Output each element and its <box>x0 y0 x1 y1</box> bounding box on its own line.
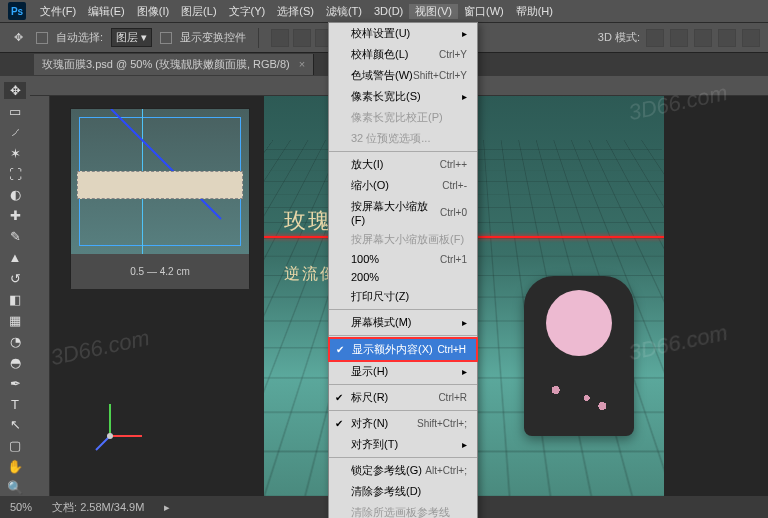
mode-3d-icon[interactable] <box>694 29 712 47</box>
heal-tool[interactable]: ✚ <box>4 207 26 224</box>
navigator-footer: 0.5 — 4.2 cm <box>71 254 249 289</box>
brush-tool[interactable]: ✎ <box>4 228 26 245</box>
marquee-tool[interactable]: ▭ <box>4 103 26 120</box>
menu-fit-artboard: 按屏幕大小缩放画板(F) <box>329 229 477 250</box>
auto-select-label: 自动选择: <box>56 30 103 45</box>
menu-clear-sel-artboard-guides: 清除所选画板参考线 <box>329 502 477 518</box>
doc-size[interactable]: 文档: 2.58M/34.9M <box>52 500 144 515</box>
separator <box>258 28 259 48</box>
menu-separator <box>329 309 477 310</box>
dodge-tool[interactable]: ◓ <box>4 354 26 371</box>
menu-filter[interactable]: 滤镜(T) <box>320 4 368 19</box>
mode-3d-icon[interactable] <box>670 29 688 47</box>
move-tool-icon: ✥ <box>8 28 28 48</box>
menu-edit[interactable]: 编辑(E) <box>82 4 131 19</box>
product-disc <box>546 290 612 356</box>
stamp-tool[interactable]: ▲ <box>4 249 26 266</box>
pen-tool[interactable]: ✒ <box>4 375 26 392</box>
show-transform-checkbox[interactable] <box>160 32 172 44</box>
show-transform-label: 显示变换控件 <box>180 30 246 45</box>
menu-separator <box>329 457 477 458</box>
menu-separator <box>329 410 477 411</box>
eraser-tool[interactable]: ◧ <box>4 291 26 308</box>
svg-point-4 <box>107 433 113 439</box>
move-tool[interactable]: ✥ <box>4 82 26 99</box>
tab-title: 玫瑰面膜3.psd @ 50% (玫瑰靓肤嫩颜面膜, RGB/8) <box>42 58 290 70</box>
menu-file[interactable]: 文件(F) <box>34 4 82 19</box>
menu-zoom-in[interactable]: 放大(I)Ctrl++ <box>329 154 477 175</box>
axis-3d-gizmo[interactable] <box>90 396 150 456</box>
menu-show[interactable]: 显示(H)▸ <box>329 361 477 382</box>
menu-proof-colors[interactable]: 校样颜色(L)Ctrl+Y <box>329 44 477 65</box>
menu-fit-screen[interactable]: 按屏幕大小缩放(F)Ctrl+0 <box>329 196 477 229</box>
product-pattern <box>540 378 618 418</box>
menu-200[interactable]: 200% <box>329 268 477 286</box>
nav-measure: 0.5 <box>130 266 144 277</box>
history-brush-tool[interactable]: ↺ <box>4 270 26 287</box>
menu-type[interactable]: 文字(Y) <box>223 4 272 19</box>
check-icon: ✔ <box>335 392 343 403</box>
align-icons <box>271 29 333 47</box>
navigator-panel[interactable]: 0.5 — 4.2 cm <box>70 108 250 288</box>
zoom-tool[interactable]: 🔍 <box>4 479 26 496</box>
menu-image[interactable]: 图像(I) <box>131 4 175 19</box>
navigator-preview[interactable] <box>71 109 249 254</box>
mode-3d-icon[interactable] <box>742 29 760 47</box>
menu-layer[interactable]: 图层(L) <box>175 4 222 19</box>
view-menu-dropdown: 校样设置(U)▸ 校样颜色(L)Ctrl+Y 色域警告(W)Shift+Ctrl… <box>328 22 478 518</box>
auto-select-dropdown[interactable]: 图层 ▾ <box>111 28 152 47</box>
zoom-level[interactable]: 50% <box>10 501 32 513</box>
toolbox: ✥ ▭ ⟋ ✶ ⛶ ◐ ✚ ✎ ▲ ↺ ◧ ▦ ◔ ◓ ✒ T ↖ ▢ ✋ 🔍 <box>0 76 30 496</box>
menubar: Ps 文件(F) 编辑(E) 图像(I) 图层(L) 文字(Y) 选择(S) 滤… <box>0 0 768 22</box>
nav-measure: 4.2 <box>160 266 174 277</box>
menu-pixel-aspect[interactable]: 像素长宽比(S)▸ <box>329 86 477 107</box>
product-shape <box>524 276 634 436</box>
type-tool[interactable]: T <box>4 396 26 413</box>
document-tab[interactable]: 玫瑰面膜3.psd @ 50% (玫瑰靓肤嫩颜面膜, RGB/8) × <box>34 54 314 75</box>
menu-print-size[interactable]: 打印尺寸(Z) <box>329 286 477 307</box>
check-icon: ✔ <box>336 344 344 355</box>
menu-32bit-preview: 32 位预览选项... <box>329 128 477 149</box>
menu-screen-mode[interactable]: 屏幕模式(M)▸ <box>329 312 477 333</box>
menu-pixel-correction: 像素长宽比校正(P) <box>329 107 477 128</box>
menu-separator <box>329 384 477 385</box>
mode-3d-icon[interactable] <box>718 29 736 47</box>
menu-view[interactable]: 视图(V) <box>409 4 458 19</box>
close-icon[interactable]: × <box>299 58 305 70</box>
menu-3d[interactable]: 3D(D) <box>368 5 409 17</box>
shape-tool[interactable]: ▢ <box>4 437 26 454</box>
menu-window[interactable]: 窗口(W) <box>458 4 510 19</box>
menu-rulers[interactable]: ✔标尺(R)Ctrl+R <box>329 387 477 408</box>
menu-zoom-out[interactable]: 缩小(O)Ctrl+- <box>329 175 477 196</box>
menu-clear-guides[interactable]: 清除参考线(D) <box>329 481 477 502</box>
lasso-tool[interactable]: ⟋ <box>4 124 26 141</box>
align-icon[interactable] <box>271 29 289 47</box>
menu-proof-setup[interactable]: 校样设置(U)▸ <box>329 23 477 44</box>
nav-unit: cm <box>176 266 189 277</box>
eyedropper-tool[interactable]: ◐ <box>4 187 26 204</box>
menu-snap[interactable]: ✔对齐(N)Shift+Ctrl+; <box>329 413 477 434</box>
mode-3d-icon[interactable] <box>646 29 664 47</box>
svg-line-0 <box>111 109 221 219</box>
menu-separator <box>329 335 477 336</box>
gradient-tool[interactable]: ▦ <box>4 312 26 329</box>
crop-tool[interactable]: ⛶ <box>4 166 26 183</box>
menu-help[interactable]: 帮助(H) <box>510 4 559 19</box>
blur-tool[interactable]: ◔ <box>4 333 26 350</box>
ruler-vertical[interactable] <box>30 96 50 496</box>
hand-tool[interactable]: ✋ <box>4 458 26 475</box>
align-icon[interactable] <box>293 29 311 47</box>
mode-3d-label: 3D 模式: <box>598 30 640 45</box>
navigator-strip <box>77 171 243 199</box>
menu-lock-guides[interactable]: 锁定参考线(G)Alt+Ctrl+; <box>329 460 477 481</box>
check-icon: ✔ <box>335 418 343 429</box>
wand-tool[interactable]: ✶ <box>4 145 26 162</box>
menu-select[interactable]: 选择(S) <box>271 4 320 19</box>
menu-gamut-warning[interactable]: 色域警告(W)Shift+Ctrl+Y <box>329 65 477 86</box>
status-arrow-icon[interactable]: ▸ <box>164 501 170 514</box>
path-tool[interactable]: ↖ <box>4 417 26 434</box>
menu-extras[interactable]: ✔显示额外内容(X)Ctrl+H <box>328 337 478 362</box>
menu-100[interactable]: 100%Ctrl+1 <box>329 250 477 268</box>
auto-select-checkbox[interactable] <box>36 32 48 44</box>
menu-snap-to[interactable]: 对齐到(T)▸ <box>329 434 477 455</box>
